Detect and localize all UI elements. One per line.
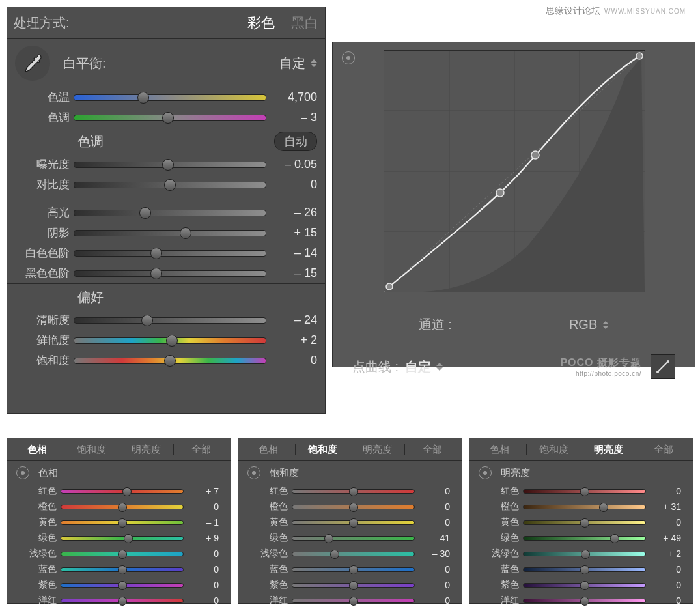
slider-exposure[interactable]: 曝光度– 0.05 — [7, 154, 325, 175]
watermark: 思缘设计论坛WWW.MISSYUAN.COM — [546, 5, 686, 17]
lum-red[interactable]: 红色0 — [473, 483, 689, 499]
treatment-sep — [283, 16, 283, 30]
slider-saturation[interactable]: 饱和度0 — [7, 350, 325, 371]
lum-green[interactable]: 绿色+ 49 — [473, 530, 689, 546]
sat-red[interactable]: 红色0 — [242, 483, 458, 499]
presence-header: 偏好 — [77, 289, 104, 306]
channel-dropdown[interactable]: RGB — [569, 317, 609, 332]
svg-line-12 — [658, 361, 668, 372]
slider-temp[interactable]: 色温4,700 — [7, 87, 325, 107]
target-icon[interactable] — [479, 466, 492, 479]
point-curve-toggle[interactable] — [651, 354, 675, 379]
hsl-hue-panel: 色相 饱和度 明亮度 全部 色相 红色+ 7 橙色0 黄色– 1 绿色+ 9 浅… — [7, 438, 231, 604]
slider-contrast[interactable]: 对比度0 — [7, 175, 325, 195]
tab-sat[interactable]: 饱和度 — [296, 444, 350, 456]
svg-point-8 — [386, 283, 393, 290]
sat-blue[interactable]: 蓝色0 — [242, 561, 458, 577]
svg-point-10 — [531, 151, 539, 159]
lum-aqua[interactable]: 浅绿色+ 2 — [473, 546, 689, 561]
hue-aqua[interactable]: 浅绿色0 — [11, 546, 227, 561]
hue-yellow[interactable]: 黄色– 1 — [11, 515, 227, 530]
tab-all[interactable]: 全部 — [174, 444, 228, 456]
eyedropper-icon — [21, 51, 44, 75]
slider-tint[interactable]: 色调– 3 — [7, 107, 325, 128]
hue-blue[interactable]: 蓝色0 — [11, 561, 227, 577]
target-icon[interactable] — [16, 466, 29, 479]
svg-point-9 — [496, 189, 504, 197]
slider-blacks[interactable]: 黑色色阶– 15 — [7, 263, 325, 283]
lum-orange[interactable]: 橙色+ 31 — [473, 499, 689, 515]
hue-magenta[interactable]: 洋红0 — [11, 593, 227, 608]
poco-logo: POCO 摄影专题 http://photo.poco.cn/ — [560, 356, 641, 377]
hue-red[interactable]: 红色+ 7 — [11, 483, 227, 499]
lum-blue[interactable]: 蓝色0 — [473, 561, 689, 577]
slider-vibrance[interactable]: 鲜艳度+ 2 — [7, 330, 325, 350]
sat-orange[interactable]: 橙色0 — [242, 499, 458, 515]
tab-hue[interactable]: 色相 — [241, 444, 295, 456]
tab-hue[interactable]: 色相 — [472, 444, 526, 456]
tab-sat[interactable]: 饱和度 — [64, 444, 119, 456]
tone-curve-panel: 通道 : RGB 点曲线 : 自定 POCO 摄影专题 http://photo… — [332, 42, 695, 367]
auto-button[interactable]: 自动 — [274, 132, 317, 151]
lum-magenta[interactable]: 洋红0 — [473, 593, 689, 608]
slider-shadows[interactable]: 阴影+ 15 — [7, 223, 325, 243]
tab-lum[interactable]: 明亮度 — [119, 444, 173, 456]
channel-label: 通道 : — [419, 317, 452, 332]
tab-all[interactable]: 全部 — [405, 444, 459, 456]
sat-purple[interactable]: 紫色0 — [242, 577, 458, 593]
svg-point-14 — [667, 360, 669, 363]
point-curve-dropdown[interactable]: 自定 — [405, 358, 443, 376]
wb-dropdown[interactable]: 自定 — [279, 55, 317, 72]
target-icon[interactable] — [247, 466, 260, 479]
svg-point-11 — [636, 53, 643, 59]
treatment-color[interactable]: 彩色 — [247, 14, 275, 32]
slider-highlights[interactable]: 高光– 26 — [7, 203, 325, 223]
hue-purple[interactable]: 紫色0 — [11, 577, 227, 593]
lum-yellow[interactable]: 黄色0 — [473, 515, 689, 530]
sat-green[interactable]: 绿色– 41 — [242, 530, 458, 546]
eyedropper-button[interactable] — [15, 46, 50, 81]
slider-whites[interactable]: 白色色阶– 14 — [7, 243, 325, 263]
wb-label: 白平衡: — [63, 55, 106, 72]
curve-editor[interactable] — [384, 50, 645, 292]
tone-header: 色调 — [77, 133, 104, 150]
treatment-bw[interactable]: 黑白 — [291, 14, 318, 32]
sat-magenta[interactable]: 洋红0 — [242, 593, 458, 608]
tab-all[interactable]: 全部 — [636, 444, 690, 456]
basic-panel: 处理方式: 彩色 黑白 白平衡: 自定 色温4,700 色调– 3 色调 自动 — [7, 7, 326, 414]
hue-orange[interactable]: 橙色0 — [11, 499, 227, 515]
sat-aqua[interactable]: 浅绿色– 30 — [242, 546, 458, 561]
tab-sat[interactable]: 饱和度 — [527, 444, 581, 456]
sat-yellow[interactable]: 黄色0 — [242, 515, 458, 530]
tab-lum[interactable]: 明亮度 — [350, 444, 404, 456]
point-curve-label: 点曲线 : — [352, 358, 399, 376]
hsl-lum-panel: 色相 饱和度 明亮度 全部 明亮度 红色0 橙色+ 31 黄色0 绿色+ 49 … — [469, 438, 693, 604]
slider-clarity[interactable]: 清晰度– 24 — [7, 310, 325, 330]
tab-hue[interactable]: 色相 — [10, 444, 64, 456]
tab-lum[interactable]: 明亮度 — [581, 444, 636, 456]
hsl-sat-panel: 色相 饱和度 明亮度 全部 饱和度 红色0 橙色0 黄色0 绿色– 41 浅绿色… — [238, 438, 462, 604]
treatment-label: 处理方式: — [14, 14, 70, 32]
target-adjust-button[interactable] — [342, 51, 355, 64]
svg-point-13 — [656, 371, 659, 373]
lum-purple[interactable]: 紫色0 — [473, 577, 689, 593]
hue-green[interactable]: 绿色+ 9 — [11, 530, 227, 546]
